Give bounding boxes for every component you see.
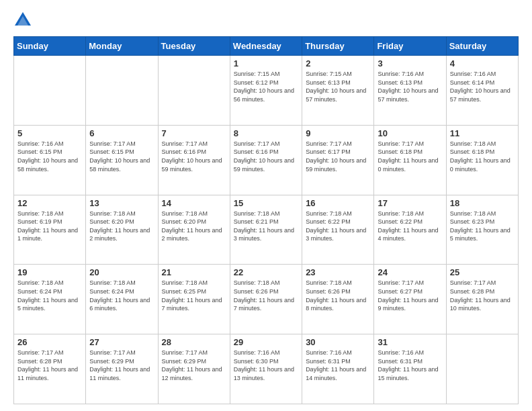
day-number: 1	[234, 58, 298, 68]
logo	[13, 11, 35, 30]
day-info: Sunrise: 7:17 AM Sunset: 6:29 PM Dayligh…	[89, 349, 154, 382]
day-number: 7	[162, 128, 226, 138]
day-info: Sunrise: 7:16 AM Sunset: 6:13 PM Dayligh…	[378, 70, 442, 103]
day-number: 27	[89, 337, 154, 347]
day-number: 18	[450, 198, 515, 208]
day-info: Sunrise: 7:16 AM Sunset: 6:15 PM Dayligh…	[17, 140, 82, 173]
day-info: Sunrise: 7:18 AM Sunset: 6:21 PM Dayligh…	[234, 210, 298, 243]
calendar-cell: 30Sunrise: 7:16 AM Sunset: 6:31 PM Dayli…	[302, 334, 374, 404]
day-header-monday: Monday	[86, 37, 158, 56]
calendar-cell: 17Sunrise: 7:18 AM Sunset: 6:22 PM Dayli…	[374, 195, 446, 265]
day-info: Sunrise: 7:18 AM Sunset: 6:25 PM Dayligh…	[162, 279, 226, 312]
day-info: Sunrise: 7:18 AM Sunset: 6:18 PM Dayligh…	[450, 140, 515, 173]
day-info: Sunrise: 7:17 AM Sunset: 6:28 PM Dayligh…	[450, 279, 515, 312]
calendar-cell: 26Sunrise: 7:17 AM Sunset: 6:28 PM Dayli…	[14, 334, 86, 404]
calendar-week-row: 5Sunrise: 7:16 AM Sunset: 6:15 PM Daylig…	[14, 125, 519, 195]
calendar-cell: 28Sunrise: 7:17 AM Sunset: 6:29 PM Dayli…	[158, 334, 230, 404]
calendar-cell: 25Sunrise: 7:17 AM Sunset: 6:28 PM Dayli…	[446, 265, 518, 334]
day-info: Sunrise: 7:15 AM Sunset: 6:12 PM Dayligh…	[234, 70, 298, 103]
day-number: 16	[306, 198, 370, 208]
day-header-wednesday: Wednesday	[230, 37, 302, 56]
day-info: Sunrise: 7:17 AM Sunset: 6:18 PM Dayligh…	[378, 140, 442, 173]
day-info: Sunrise: 7:18 AM Sunset: 6:24 PM Dayligh…	[17, 279, 82, 312]
day-info: Sunrise: 7:17 AM Sunset: 6:15 PM Dayligh…	[89, 140, 154, 173]
calendar-week-row: 1Sunrise: 7:15 AM Sunset: 6:12 PM Daylig…	[14, 56, 519, 126]
calendar-cell: 9Sunrise: 7:17 AM Sunset: 6:17 PM Daylig…	[302, 125, 374, 195]
day-info: Sunrise: 7:17 AM Sunset: 6:29 PM Dayligh…	[162, 349, 226, 382]
calendar-header-row: SundayMondayTuesdayWednesdayThursdayFrid…	[14, 37, 519, 56]
day-number: 24	[378, 267, 442, 277]
calendar-cell	[158, 56, 230, 126]
calendar-cell: 31Sunrise: 7:16 AM Sunset: 6:31 PM Dayli…	[374, 334, 446, 404]
day-number: 15	[234, 198, 298, 208]
day-info: Sunrise: 7:16 AM Sunset: 6:31 PM Dayligh…	[306, 349, 370, 382]
calendar-cell: 27Sunrise: 7:17 AM Sunset: 6:29 PM Dayli…	[86, 334, 158, 404]
calendar-cell	[446, 334, 518, 404]
day-info: Sunrise: 7:18 AM Sunset: 6:22 PM Dayligh…	[378, 210, 442, 243]
calendar-week-row: 12Sunrise: 7:18 AM Sunset: 6:19 PM Dayli…	[14, 195, 519, 265]
day-header-tuesday: Tuesday	[158, 37, 230, 56]
day-info: Sunrise: 7:17 AM Sunset: 6:17 PM Dayligh…	[306, 140, 370, 173]
day-number: 31	[378, 337, 442, 347]
calendar-cell: 19Sunrise: 7:18 AM Sunset: 6:24 PM Dayli…	[14, 265, 86, 334]
calendar-cell: 3Sunrise: 7:16 AM Sunset: 6:13 PM Daylig…	[374, 56, 446, 126]
day-info: Sunrise: 7:17 AM Sunset: 6:16 PM Dayligh…	[162, 140, 226, 173]
logo-icon	[13, 11, 32, 30]
day-number: 9	[306, 128, 370, 138]
day-number: 25	[450, 267, 515, 277]
day-number: 19	[17, 267, 82, 277]
day-number: 6	[89, 128, 154, 138]
calendar-cell: 12Sunrise: 7:18 AM Sunset: 6:19 PM Dayli…	[14, 195, 86, 265]
day-info: Sunrise: 7:15 AM Sunset: 6:13 PM Dayligh…	[306, 70, 370, 103]
calendar-cell: 11Sunrise: 7:18 AM Sunset: 6:18 PM Dayli…	[446, 125, 518, 195]
day-info: Sunrise: 7:18 AM Sunset: 6:24 PM Dayligh…	[89, 279, 154, 312]
day-info: Sunrise: 7:17 AM Sunset: 6:28 PM Dayligh…	[17, 349, 82, 382]
calendar-cell: 6Sunrise: 7:17 AM Sunset: 6:15 PM Daylig…	[86, 125, 158, 195]
day-header-sunday: Sunday	[14, 37, 86, 56]
day-info: Sunrise: 7:18 AM Sunset: 6:20 PM Dayligh…	[162, 210, 226, 243]
day-header-friday: Friday	[374, 37, 446, 56]
calendar-cell: 18Sunrise: 7:18 AM Sunset: 6:23 PM Dayli…	[446, 195, 518, 265]
day-info: Sunrise: 7:16 AM Sunset: 6:14 PM Dayligh…	[450, 70, 515, 103]
day-number: 20	[89, 267, 154, 277]
day-number: 13	[89, 198, 154, 208]
calendar-week-row: 19Sunrise: 7:18 AM Sunset: 6:24 PM Dayli…	[14, 265, 519, 334]
day-info: Sunrise: 7:17 AM Sunset: 6:16 PM Dayligh…	[234, 140, 298, 173]
calendar-cell: 14Sunrise: 7:18 AM Sunset: 6:20 PM Dayli…	[158, 195, 230, 265]
day-number: 30	[306, 337, 370, 347]
calendar-cell: 1Sunrise: 7:15 AM Sunset: 6:12 PM Daylig…	[230, 56, 302, 126]
page: SundayMondayTuesdayWednesdayThursdayFrid…	[0, 0, 532, 411]
day-number: 8	[234, 128, 298, 138]
day-number: 28	[162, 337, 226, 347]
calendar-cell: 16Sunrise: 7:18 AM Sunset: 6:22 PM Dayli…	[302, 195, 374, 265]
day-number: 21	[162, 267, 226, 277]
day-info: Sunrise: 7:18 AM Sunset: 6:22 PM Dayligh…	[306, 210, 370, 243]
calendar-cell: 22Sunrise: 7:18 AM Sunset: 6:26 PM Dayli…	[230, 265, 302, 334]
day-number: 23	[306, 267, 370, 277]
day-number: 22	[234, 267, 298, 277]
calendar-week-row: 26Sunrise: 7:17 AM Sunset: 6:28 PM Dayli…	[14, 334, 519, 404]
calendar-cell: 20Sunrise: 7:18 AM Sunset: 6:24 PM Dayli…	[86, 265, 158, 334]
day-number: 5	[17, 128, 82, 138]
calendar-cell	[86, 56, 158, 126]
day-info: Sunrise: 7:18 AM Sunset: 6:26 PM Dayligh…	[234, 279, 298, 312]
day-number: 26	[17, 337, 82, 347]
calendar-cell: 24Sunrise: 7:17 AM Sunset: 6:27 PM Dayli…	[374, 265, 446, 334]
day-number: 4	[450, 58, 515, 68]
calendar-cell: 10Sunrise: 7:17 AM Sunset: 6:18 PM Dayli…	[374, 125, 446, 195]
calendar-cell: 2Sunrise: 7:15 AM Sunset: 6:13 PM Daylig…	[302, 56, 374, 126]
day-info: Sunrise: 7:18 AM Sunset: 6:19 PM Dayligh…	[17, 210, 82, 243]
calendar-cell: 23Sunrise: 7:18 AM Sunset: 6:26 PM Dayli…	[302, 265, 374, 334]
calendar-cell: 13Sunrise: 7:18 AM Sunset: 6:20 PM Dayli…	[86, 195, 158, 265]
day-number: 14	[162, 198, 226, 208]
day-header-saturday: Saturday	[446, 37, 518, 56]
calendar-cell: 5Sunrise: 7:16 AM Sunset: 6:15 PM Daylig…	[14, 125, 86, 195]
day-info: Sunrise: 7:17 AM Sunset: 6:27 PM Dayligh…	[378, 279, 442, 312]
day-number: 11	[450, 128, 515, 138]
calendar-cell: 8Sunrise: 7:17 AM Sunset: 6:16 PM Daylig…	[230, 125, 302, 195]
day-number: 17	[378, 198, 442, 208]
header	[13, 11, 519, 30]
calendar-cell: 7Sunrise: 7:17 AM Sunset: 6:16 PM Daylig…	[158, 125, 230, 195]
calendar-cell: 21Sunrise: 7:18 AM Sunset: 6:25 PM Dayli…	[158, 265, 230, 334]
day-info: Sunrise: 7:16 AM Sunset: 6:30 PM Dayligh…	[234, 349, 298, 382]
